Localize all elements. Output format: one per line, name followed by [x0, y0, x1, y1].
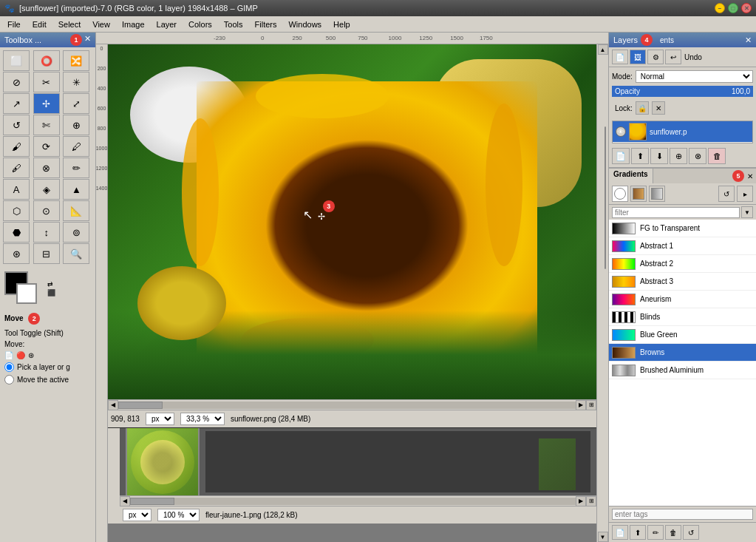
minimize-button[interactable]: − — [715, 3, 725, 13]
tool-paint[interactable]: 🖌 — [3, 136, 30, 157]
tool-clone[interactable]: 🖋 — [3, 157, 30, 178]
scroll-h-track[interactable] — [118, 402, 576, 409]
layer-delete-btn[interactable]: 🗑 — [708, 148, 726, 164]
scroll-expand-btn[interactable]: ⊞ — [586, 400, 596, 410]
unit-select[interactable]: px — [146, 413, 174, 425]
grad-item-fg-transparent[interactable]: FG to Transparent — [609, 220, 756, 237]
mode-select[interactable]: Normal Dissolve Multiply Screen — [636, 70, 753, 83]
menu-select[interactable]: Select — [52, 18, 87, 30]
grad-refresh-action-btn[interactable]: ↺ — [683, 525, 699, 540]
grad-item-blinds[interactable]: Blinds — [609, 308, 756, 326]
background-color[interactable] — [16, 283, 37, 304]
canvas-hscroll[interactable]: ◀ ▶ ⊞ — [108, 399, 596, 410]
lock-position-btn[interactable]: ✕ — [652, 101, 665, 115]
tool-dodge[interactable]: ⊚ — [63, 222, 89, 243]
layers-panel-close[interactable]: ✕ — [745, 35, 752, 45]
tool-scissors[interactable]: ✂ — [33, 72, 60, 92]
layer-merge-btn[interactable]: ⊗ — [689, 148, 706, 164]
menu-layer[interactable]: Layer — [151, 18, 183, 30]
menu-filters[interactable]: Filters — [249, 18, 283, 30]
tool-measure[interactable]: 📐 — [63, 200, 89, 221]
undo-button[interactable]: ↩ — [665, 50, 681, 64]
vscroll-thumb[interactable] — [605, 126, 606, 270]
grad-duplicate-btn[interactable]: ⬆ — [630, 525, 646, 540]
scroll-right-btn[interactable]: ▶ — [576, 400, 586, 410]
menu-edit[interactable]: Edit — [27, 18, 52, 30]
grad-overflow-btn[interactable]: ▸ — [737, 186, 753, 202]
grad-white-swatch[interactable] — [612, 186, 628, 202]
tool-rotate[interactable]: ↺ — [3, 115, 30, 135]
scroll-down-btn[interactable]: ▼ — [598, 532, 608, 542]
grad-brown-swatch[interactable] — [630, 186, 647, 202]
tool-gradient[interactable]: ▲ — [63, 179, 89, 200]
attachments-tab[interactable]: ents — [660, 36, 674, 44]
grad-list[interactable]: FG to Transparent Abstract 1 Abstract 2 … — [609, 220, 756, 506]
tool-ellipse-select[interactable]: ⭕ — [33, 50, 60, 71]
grad-delete-btn[interactable]: 🗑 — [665, 525, 681, 540]
tool-airbrush[interactable]: ✏ — [63, 157, 89, 178]
menu-help[interactable]: Help — [327, 18, 356, 30]
tool-scale[interactable]: ⤢ — [63, 93, 89, 114]
grad-new-btn[interactable]: 📄 — [612, 525, 628, 540]
tool-color-picker[interactable]: ⊙ — [33, 200, 60, 221]
thumb-hscroll[interactable]: ◀ ▶ ⊞ — [120, 495, 596, 506]
canvas-scroll[interactable]: ↖ ✢ 3 ◀ ▶ ⊞ 909, 813 — [108, 44, 596, 542]
maximize-button[interactable]: □ — [728, 3, 738, 13]
tool-move[interactable]: ✢ — [33, 93, 60, 114]
layer-item-sunflower[interactable]: 👁 sunflower.p — [613, 121, 752, 143]
tool-smudge[interactable]: ⊟ — [33, 243, 60, 264]
tool-free-select[interactable]: 🔀 — [63, 50, 89, 71]
tool-patterns[interactable]: ◈ — [33, 179, 60, 200]
tool-zoom[interactable]: 🔍 — [63, 243, 89, 264]
scroll-up-btn[interactable]: ▲ — [598, 44, 608, 55]
grad-item-bluegreen[interactable]: Blue Green — [609, 326, 756, 344]
thumb-scroll-right[interactable]: ▶ — [576, 496, 586, 507]
menu-colors[interactable]: Colors — [183, 18, 218, 30]
layers-icon2[interactable]: 🖼 — [630, 50, 646, 64]
grad-gray-swatch[interactable] — [649, 186, 665, 202]
thumb-zoom-select[interactable]: 100 % — [157, 509, 200, 521]
swap-colors-icon[interactable]: ⇄ — [47, 280, 55, 288]
gradients-panel-close[interactable]: 5 ✕ — [729, 169, 756, 183]
layer-down-btn[interactable]: ⬇ — [650, 148, 668, 164]
grad-refresh-btn[interactable]: ↺ — [718, 186, 735, 202]
grad-edit-btn[interactable]: ✏ — [647, 525, 664, 540]
scroll-left-btn[interactable]: ◀ — [108, 400, 118, 410]
tool-blur[interactable]: ⊛ — [3, 243, 30, 264]
thumb-scroll-track[interactable] — [130, 498, 576, 505]
tool-color-balance[interactable]: ↕ — [33, 222, 60, 243]
layers-icon3[interactable]: ⚙ — [647, 50, 664, 64]
tool-heal[interactable]: ⟳ — [33, 136, 60, 157]
close-button[interactable]: ✕ — [741, 3, 752, 13]
grad-item-brushed[interactable]: Brushed Aluminium — [609, 362, 756, 379]
tool-crop[interactable]: ✄ — [33, 115, 60, 135]
menu-image[interactable]: Image — [116, 18, 151, 30]
tool-fuzzy-select[interactable]: ⊘ — [3, 72, 30, 92]
layer-new-btn[interactable]: 📄 — [612, 148, 630, 164]
thumb-scroll-left[interactable]: ◀ — [120, 496, 130, 507]
grad-tags-input[interactable] — [612, 509, 753, 520]
gradients-tab[interactable]: Gradients — [609, 169, 653, 183]
grad-filter-dropdown[interactable]: ▼ — [741, 206, 753, 218]
layer-visibility-icon[interactable]: 👁 — [616, 126, 626, 137]
thumb-scroll-thumb[interactable] — [130, 498, 174, 505]
default-colors-icon[interactable]: ⬛ — [47, 289, 55, 297]
tool-bucket-fill[interactable]: ⬡ — [3, 200, 30, 221]
radio-pick-input[interactable] — [4, 362, 14, 372]
grad-item-abstract1[interactable]: Abstract 1 — [609, 237, 756, 255]
toolbox-close[interactable]: ✕ — [84, 34, 91, 46]
canvas-vscroll[interactable]: ▲ ▼ — [596, 44, 608, 542]
zoom-select[interactable]: 33,3 % — [180, 413, 225, 425]
menu-view[interactable]: View — [86, 18, 116, 30]
grad-item-abstract2[interactable]: Abstract 2 — [609, 255, 756, 273]
grad-filter-input[interactable] — [612, 207, 740, 218]
radio-move-active[interactable]: Move the active — [0, 373, 95, 386]
layer-copy-btn[interactable]: ⬆ — [631, 148, 649, 164]
lock-pixels-btn[interactable]: 🔒 — [636, 101, 649, 115]
layers-icon1[interactable]: 📄 — [612, 50, 628, 64]
grad-item-browns[interactable]: Browns — [609, 344, 756, 362]
tool-pencil[interactable]: 🖊 — [63, 136, 89, 157]
tool-rect-select[interactable]: ⬜ — [3, 50, 30, 71]
thumb-expand-btn[interactable]: ⊞ — [586, 496, 596, 507]
tool-paths[interactable]: ⬣ — [3, 222, 30, 243]
